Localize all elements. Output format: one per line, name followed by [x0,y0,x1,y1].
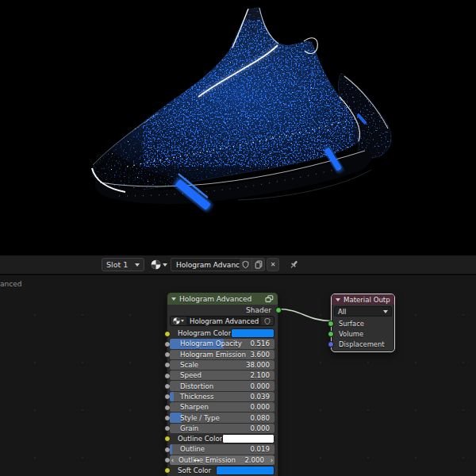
drag-cursor-icon: ↔ [194,456,200,464]
soft-color-swatch[interactable] [216,466,274,475]
nodetree-browse-button[interactable] [171,317,186,325]
param-row-outline: Outline0.019 [170,444,274,454]
displacement-input-socket[interactable] [328,341,334,347]
copy-icon [255,260,263,269]
node-header[interactable]: Hologram Advanced [167,293,278,305]
param-label: Outline Emission [175,456,244,464]
param-label: Outline Color [170,435,222,443]
shader-output-socket[interactable] [275,307,282,313]
param-value: 0.516 [250,340,274,347]
input-row-surface: Surface [332,318,394,328]
param-row-sharpen: Sharpen0.000 [170,402,274,412]
slider-decrement-arrow[interactable]: ‹ [170,455,175,465]
grain-slider[interactable]: Grain0.000 [170,424,274,433]
input-row-displacement: Displacement [332,339,394,349]
slider-increment-arrow[interactable]: › [269,455,274,465]
input-label: Displacement [339,340,385,348]
outline-slider[interactable]: Outline0.019 [170,444,274,454]
param-value: 0.000 [250,382,274,390]
param-label: Speed [170,371,250,379]
hologram-color-input-socket[interactable] [164,331,171,337]
shield-icon [264,317,271,325]
param-label: Scale [170,361,246,369]
node-group-icon [265,295,274,303]
chevron-down-icon [135,263,140,267]
slot-selector[interactable]: Slot 1 [102,258,144,271]
input-label: Volume [339,330,363,338]
input-row-volume: Volume [332,328,394,339]
node-title: Hologram Advanced [179,295,262,303]
pin-button[interactable] [289,259,299,270]
param-value: 3.600 [250,351,274,359]
input-label: Surface [339,320,364,328]
param-value: 0.019 [250,445,274,453]
param-row-outline-color: Outline Color [170,434,274,443]
node-datablock-row: Hologram Advanced [167,316,278,328]
pin-icon [289,259,299,270]
param-label: Soft Color [170,466,216,474]
volume-input-socket[interactable] [328,331,334,337]
fake-user-button[interactable] [261,317,274,325]
param-value: 38.000 [246,361,274,369]
param-row-soft-color: Soft Color [170,466,274,475]
collapse-chevron-icon[interactable] [336,298,340,301]
fake-user-button[interactable] [240,258,252,271]
new-material-button[interactable] [252,258,265,271]
material-name-group: Hologram Advanced ✕ [171,258,279,271]
param-label: Hologram Color [170,329,231,337]
shader-editor-header: Slot 1 Hologram Advanced ✕ [0,255,476,274]
clipped-material-label: anced [0,280,21,288]
param-label: Thickness [170,393,250,401]
param-row-style-type: Style / Type0.080 [170,413,274,422]
output-target-value: All [338,308,346,316]
node-header[interactable]: Material Output [332,294,394,305]
x-icon: ✕ [271,261,276,268]
node-hologram-advanced[interactable]: Hologram Advanced Shader Holog [167,292,278,476]
unlink-button[interactable]: ✕ [267,258,279,271]
node-material-output[interactable]: Material Output All SurfaceVolumeDisplac… [331,294,395,352]
hologram-shoe-render [0,0,476,255]
param-row-hologram-emission: Hologram Emission3.600 [170,350,274,359]
output-target-dropdown[interactable]: All [334,306,392,317]
hologram-emission-slider[interactable]: Hologram Emission3.600 [170,350,274,359]
sharpen-slider[interactable]: Sharpen0.000 [170,402,274,412]
shield-icon [242,260,249,269]
param-value: 2.100 [250,371,274,379]
thickness-slider[interactable]: Thickness0.039 [170,392,274,401]
hologram-opacity-slider[interactable]: Hologram Opacity0.516 [170,339,274,348]
nodetree-name-text: Hologram Advanced [186,317,261,325]
material-sphere-icon [173,317,180,324]
scale-slider[interactable]: Scale38.000 [170,360,274,370]
node-title: Material Output [344,296,390,304]
shader-editor-canvas[interactable]: anced Hologram Advanced Shader [0,275,476,476]
param-label: Hologram Opacity [170,340,250,347]
param-row-outline-emission: ‹↔Outline Emission2.000› [170,455,274,465]
param-row-thickness: Thickness0.039 [170,392,274,401]
style-type-slider[interactable]: Style / Type0.080 [170,413,274,422]
slot-selector-label: Slot 1 [106,260,128,269]
hologram-color-swatch[interactable] [231,328,274,338]
distortion-slider[interactable]: Distortion0.000 [170,381,274,390]
chevron-down-icon [181,320,184,322]
surface-input-socket[interactable] [328,321,334,327]
param-row-hologram-color: Hologram Color [170,328,274,338]
param-label: Sharpen [170,403,250,411]
param-row-hologram-opacity: Hologram Opacity0.516 [170,339,274,348]
param-value: 0.000 [250,424,274,432]
nodegroup-datablock-field[interactable]: Hologram Advanced [170,316,274,326]
param-label: Hologram Emission [170,351,250,359]
chevron-down-icon [163,263,167,267]
speed-slider[interactable]: Speed2.100 [170,370,274,380]
viewport-3d[interactable] [0,0,476,255]
material-browse-button[interactable] [151,259,167,270]
material-name-field[interactable]: Hologram Advanced [171,258,240,271]
collapse-chevron-icon[interactable] [171,298,176,301]
node-input-rows: SurfaceVolumeDisplacement [332,318,394,351]
material-name-text: Hologram Advanced [176,261,240,269]
param-value: 0.039 [250,393,274,401]
param-label: Distortion [170,382,250,390]
outline-color-swatch[interactable] [222,434,274,443]
shader-output-label: Shader [246,306,271,314]
param-label: Grain [170,424,250,432]
outline-emission-slider[interactable]: ‹↔Outline Emission2.000› [170,455,274,465]
